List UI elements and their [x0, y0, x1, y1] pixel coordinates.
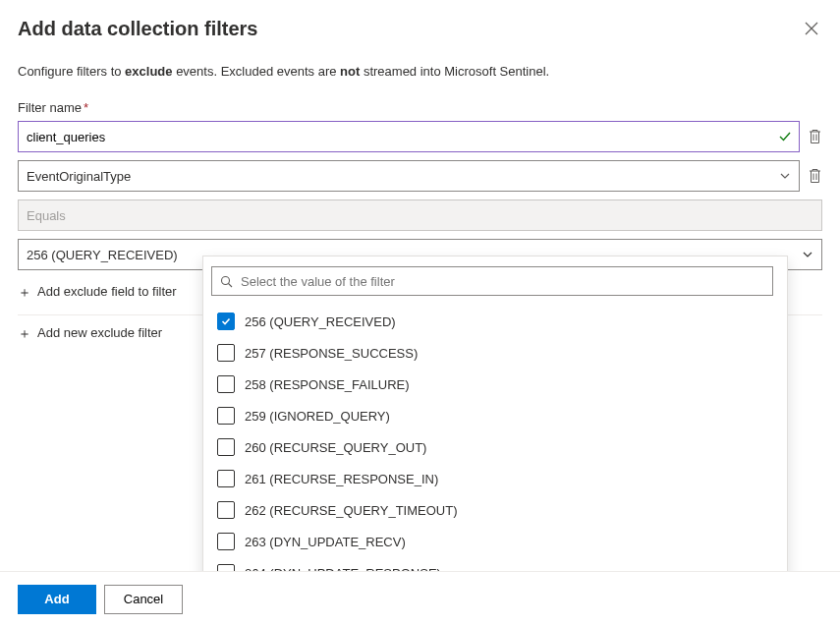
search-icon [220, 275, 233, 288]
dropdown-search[interactable] [211, 266, 773, 296]
dropdown-option[interactable]: 256 (QUERY_RECEIVED) [211, 306, 775, 337]
dropdown-search-input[interactable] [241, 274, 764, 289]
value-dropdown: 256 (QUERY_RECEIVED)257 (RESPONSE_SUCCES… [202, 256, 788, 587]
dropdown-option[interactable]: 262 (RECURSE_QUERY_TIMEOUT) [211, 494, 775, 526]
dropdown-option[interactable]: 261 (RECURSE_RESPONSE_IN) [211, 463, 775, 494]
page-title: Add data collection filters [18, 18, 257, 40]
filter-name-input[interactable] [18, 121, 800, 152]
value-select-display: 256 (QUERY_RECEIVED) [27, 248, 178, 262]
checkbox[interactable] [217, 313, 235, 330]
add-exclude-field-button[interactable]: ＋ Add exclude field to filter [18, 274, 177, 309]
operator-box: Equals [18, 199, 822, 231]
chevron-down-icon [779, 170, 791, 182]
dropdown-option-label: 260 (RECURSE_QUERY_OUT) [245, 440, 426, 455]
checkbox[interactable] [217, 407, 235, 425]
filter-name-label: Filter name* [18, 100, 822, 115]
dropdown-option-label: 261 (RECURSE_RESPONSE_IN) [245, 472, 438, 486]
svg-point-0 [222, 276, 230, 284]
dropdown-list[interactable]: 256 (QUERY_RECEIVED)257 (RESPONSE_SUCCES… [211, 306, 779, 586]
subtitle: Configure filters to exclude events. Exc… [18, 64, 822, 79]
checkbox[interactable] [217, 438, 235, 456]
field-select-value: EventOriginalType [27, 169, 131, 184]
close-icon [805, 22, 818, 35]
checkbox[interactable] [217, 375, 235, 393]
dropdown-option-label: 258 (RESPONSE_FAILURE) [245, 377, 410, 392]
delete-filter-button[interactable] [808, 129, 822, 144]
checkbox[interactable] [217, 470, 235, 487]
dropdown-option-label: 263 (DYN_UPDATE_RECV) [245, 535, 406, 549]
dropdown-option-label: 257 (RESPONSE_SUCCESS) [245, 346, 418, 361]
plus-icon: ＋ [18, 285, 31, 299]
checkbox[interactable] [217, 344, 235, 362]
dropdown-option-label: 262 (RECURSE_QUERY_TIMEOUT) [245, 503, 457, 518]
add-new-filter-button[interactable]: ＋ Add new exclude filter [18, 315, 162, 350]
chevron-down-icon [802, 249, 813, 260]
dropdown-option[interactable]: 259 (IGNORED_QUERY) [211, 400, 775, 431]
cancel-button[interactable]: Cancel [104, 585, 183, 614]
dropdown-option-label: 259 (IGNORED_QUERY) [245, 409, 390, 424]
dropdown-option[interactable]: 263 (DYN_UPDATE_RECV) [211, 526, 775, 557]
delete-field-button[interactable] [808, 168, 822, 184]
add-button[interactable]: Add [18, 585, 96, 614]
close-button[interactable] [801, 18, 822, 39]
dropdown-option-label: 256 (QUERY_RECEIVED) [245, 314, 396, 329]
dropdown-option[interactable]: 260 (RECURSE_QUERY_OUT) [211, 431, 775, 463]
plus-icon: ＋ [18, 326, 31, 340]
checkbox[interactable] [217, 533, 235, 550]
field-select[interactable]: EventOriginalType [18, 160, 800, 192]
dropdown-option[interactable]: 257 (RESPONSE_SUCCESS) [211, 337, 775, 369]
dropdown-option[interactable]: 258 (RESPONSE_FAILURE) [211, 369, 775, 400]
footer: Add Cancel [0, 571, 840, 626]
checkbox[interactable] [217, 501, 235, 519]
valid-check-icon [778, 130, 792, 143]
